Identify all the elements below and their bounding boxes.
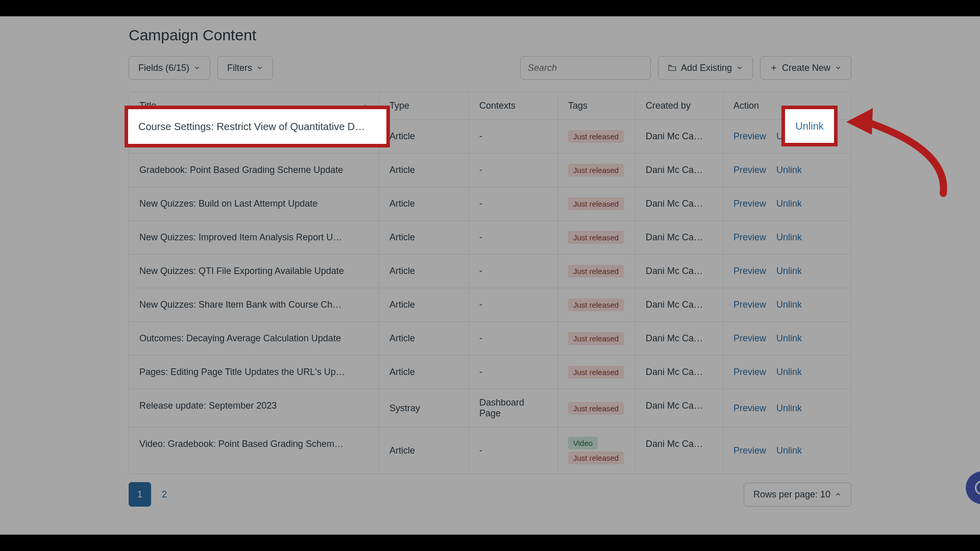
content-table: Title Type Contexts Tags Created by Acti… bbox=[129, 92, 851, 474]
cell-tags: Just released bbox=[558, 356, 635, 389]
tag-just-released: Just released bbox=[568, 298, 624, 311]
cell-action: PreviewUnlink bbox=[723, 288, 851, 321]
cell-contexts: - bbox=[469, 322, 558, 355]
tag-just-released: Just released bbox=[568, 265, 624, 278]
toolbar: Fields (6/15) Filters Add Existing Creat… bbox=[129, 56, 851, 80]
toolbar-left: Fields (6/15) Filters bbox=[129, 56, 273, 80]
unlink-link[interactable]: Unlink bbox=[776, 198, 802, 209]
cell-type: Article bbox=[379, 255, 469, 288]
cell-contexts: - bbox=[469, 356, 558, 389]
cell-contexts: - bbox=[469, 288, 558, 321]
toolbar-right: Add Existing Create New bbox=[520, 56, 851, 80]
preview-link[interactable]: Preview bbox=[733, 232, 766, 243]
tag-just-released: Just released bbox=[568, 452, 624, 464]
cell-tags: Just released bbox=[558, 389, 635, 427]
page-2-button[interactable]: 2 bbox=[153, 482, 176, 507]
preview-link[interactable]: Preview bbox=[733, 165, 766, 176]
cell-title[interactable]: New Quizzes: QTI File Exporting Availabl… bbox=[129, 255, 379, 288]
tag-just-released: Just released bbox=[568, 366, 624, 379]
table-body: Course Settings: Restrict View of Quanti… bbox=[129, 120, 851, 473]
cell-type: Article bbox=[379, 428, 469, 473]
unlink-link[interactable]: Unlink bbox=[776, 165, 802, 176]
letterbox-top bbox=[0, 0, 980, 16]
preview-link[interactable]: Preview bbox=[733, 403, 766, 414]
table-row: Release update: September 2023SystrayDas… bbox=[129, 389, 851, 428]
preview-link[interactable]: Preview bbox=[733, 333, 766, 344]
rows-per-page-label: Rows per page: 10 bbox=[753, 489, 830, 500]
cell-action: PreviewUnlink bbox=[723, 187, 851, 220]
unlink-link[interactable]: Unlink bbox=[776, 403, 802, 414]
cell-action: PreviewUnlink bbox=[723, 389, 851, 427]
search-box[interactable] bbox=[520, 56, 651, 80]
unlink-link[interactable]: Unlink bbox=[776, 445, 802, 456]
preview-link[interactable]: Preview bbox=[733, 266, 766, 277]
cell-created-by: Dani Mc Ca… bbox=[635, 120, 723, 153]
tag-just-released: Just released bbox=[568, 130, 624, 143]
unlink-link[interactable]: Unlink bbox=[776, 232, 802, 243]
page-title: Campaign Content bbox=[129, 27, 851, 44]
cell-created-by: Dani Mc Ca… bbox=[635, 322, 723, 355]
search-input[interactable] bbox=[528, 63, 647, 73]
cell-tags: Just released bbox=[558, 120, 635, 153]
table-row: Outcomes: Decaying Average Calculation U… bbox=[129, 322, 851, 356]
unlink-link[interactable]: Unlink bbox=[776, 299, 802, 310]
cell-title[interactable]: New Quizzes: Share Item Bank with Course… bbox=[129, 288, 379, 321]
cell-created-by: Dani Mc Ca… bbox=[635, 389, 723, 427]
tag-just-released: Just released bbox=[568, 402, 624, 415]
highlight-unlink-callout: Unlink bbox=[781, 106, 838, 146]
cell-title[interactable]: New Quizzes: Build on Last Attempt Updat… bbox=[129, 187, 379, 220]
tag-just-released: Just released bbox=[568, 197, 624, 210]
cell-type: Article bbox=[379, 356, 469, 389]
unlink-link[interactable]: Unlink bbox=[776, 266, 802, 277]
preview-link[interactable]: Preview bbox=[733, 445, 766, 456]
cell-type: Article bbox=[379, 322, 469, 355]
tag-just-released: Just released bbox=[568, 164, 624, 177]
filters-label: Filters bbox=[227, 63, 252, 73]
chevron-down-icon bbox=[256, 64, 263, 71]
cell-title[interactable]: Pages: Editing Page Title Updates the UR… bbox=[129, 356, 379, 389]
cell-tags: Just released bbox=[558, 187, 635, 220]
column-header-created-by[interactable]: Created by bbox=[635, 92, 723, 119]
table-row: Pages: Editing Page Title Updates the UR… bbox=[129, 356, 851, 389]
add-existing-label: Add Existing bbox=[681, 63, 732, 73]
cell-type: Article bbox=[379, 154, 469, 187]
fields-dropdown[interactable]: Fields (6/15) bbox=[129, 56, 210, 80]
cell-type: Systray bbox=[379, 389, 469, 427]
preview-link[interactable]: Preview bbox=[733, 198, 766, 209]
help-fab[interactable] bbox=[966, 471, 980, 504]
cell-title[interactable]: Release update: September 2023 bbox=[129, 389, 379, 427]
create-new-label: Create New bbox=[782, 63, 830, 73]
highlight-title-text: Course Settings: Restrict View of Quanti… bbox=[138, 121, 365, 133]
unlink-link[interactable]: Unlink bbox=[776, 333, 802, 344]
cell-title[interactable]: Gradebook: Point Based Grading Scheme Up… bbox=[129, 154, 379, 187]
arrow-annotation bbox=[841, 104, 953, 201]
plus-icon bbox=[770, 64, 778, 72]
cell-action: PreviewUnlink bbox=[723, 322, 851, 355]
preview-link[interactable]: Preview bbox=[733, 299, 766, 310]
main-container: Campaign Content Fields (6/15) Filters A… bbox=[0, 16, 980, 535]
cell-contexts: - bbox=[469, 154, 558, 187]
filters-dropdown[interactable]: Filters bbox=[217, 56, 273, 80]
preview-link[interactable]: Preview bbox=[733, 131, 766, 142]
cell-title[interactable]: Outcomes: Decaying Average Calculation U… bbox=[129, 322, 379, 355]
column-header-tags[interactable]: Tags bbox=[558, 92, 635, 119]
preview-link[interactable]: Preview bbox=[733, 367, 766, 378]
table-row: New Quizzes: Improved Item Analysis Repo… bbox=[129, 221, 851, 255]
add-existing-button[interactable]: Add Existing bbox=[658, 56, 753, 80]
create-new-button[interactable]: Create New bbox=[760, 56, 851, 80]
column-header-contexts[interactable]: Contexts bbox=[469, 92, 558, 119]
refresh-icon bbox=[975, 481, 980, 495]
rows-per-page-dropdown[interactable]: Rows per page: 10 bbox=[744, 483, 851, 507]
cell-title[interactable]: New Quizzes: Improved Item Analysis Repo… bbox=[129, 221, 379, 254]
cell-contexts: - bbox=[469, 120, 558, 153]
unlink-link[interactable]: Unlink bbox=[776, 367, 802, 378]
cell-type: Article bbox=[379, 120, 469, 153]
cell-created-by: Dani Mc Ca… bbox=[635, 187, 723, 220]
table-row: New Quizzes: Share Item Bank with Course… bbox=[129, 288, 851, 322]
cell-tags: Just released bbox=[558, 221, 635, 254]
cell-title[interactable]: Video: Gradebook: Point Based Grading Sc… bbox=[129, 428, 379, 473]
column-header-type[interactable]: Type bbox=[379, 92, 469, 119]
table-footer: 1 2 Rows per page: 10 bbox=[129, 482, 851, 507]
page-1-button[interactable]: 1 bbox=[129, 482, 151, 507]
cell-created-by: Dani Mc Ca… bbox=[635, 288, 723, 321]
